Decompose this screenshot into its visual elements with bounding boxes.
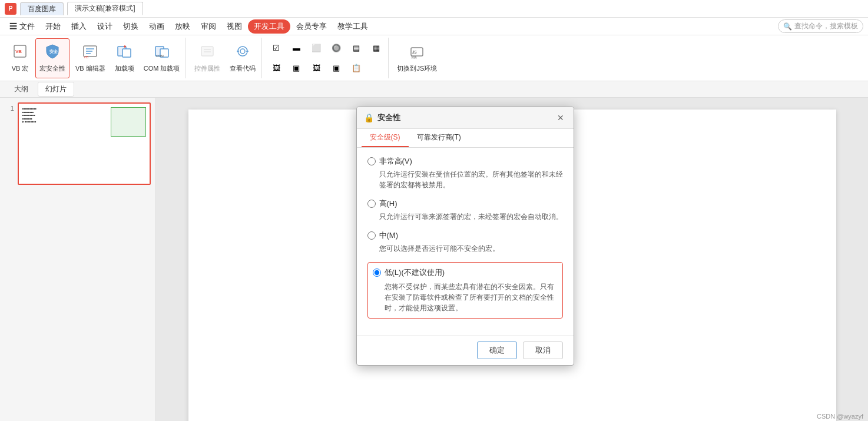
dialog-body: 非常高(V) 只允许运行安装在受信任位置的宏。所有其他签署的和未经签署的宏都将被… xyxy=(357,148,574,335)
toolbar-group-macro: VB VB 宏 安全 宏安全性 VB xyxy=(5,38,186,78)
image-ctrl[interactable]: 🖼 xyxy=(267,59,286,78)
wps-logo: P xyxy=(5,3,16,15)
svg-text:VB: VB xyxy=(84,55,88,59)
vb-macro-button[interactable]: VB VB 宏 xyxy=(7,38,33,78)
controls-row-1: ☑ ▬ ⬜ 🔘 ▤ ▦ xyxy=(267,39,386,58)
radio-label-very-high: 非常高(V) xyxy=(367,156,563,167)
combobox-icon: ▦ xyxy=(373,44,380,52)
switch-js-button[interactable]: JS 切换 切换到JS环境 xyxy=(393,38,440,78)
option-low-desc: 您将不受保护，而某些宏具有潜在的不安全因素。只有在安装了防毒软件或检查了所有要打… xyxy=(385,281,558,313)
dialog-title: 🔒 安全性 xyxy=(364,112,400,123)
menu-view[interactable]: 视图 xyxy=(222,19,247,34)
radio-label-high: 高(H) xyxy=(367,198,563,209)
menu-review[interactable]: 审阅 xyxy=(196,19,221,34)
ok-button[interactable]: 确定 xyxy=(477,342,517,359)
menu-member[interactable]: 会员专享 xyxy=(291,19,332,34)
option-high: 高(H) 只允许运行可靠来源签署的宏，未经签署的宏会自动取消。 xyxy=(367,198,563,222)
option-low: 低(L)(不建议使用) 您将不受保护，而某些宏具有潜在的不安全因素。只有在安装了… xyxy=(367,262,563,319)
dialog-title-icon: 🔒 xyxy=(364,113,374,122)
vb-macro-icon: VB xyxy=(12,43,28,64)
listbox-icon: ▤ xyxy=(353,44,360,52)
cancel-button[interactable]: 取消 xyxy=(523,342,563,359)
title-tab-ppt[interactable]: 演示文稿[兼容模式] xyxy=(67,2,143,15)
slide-preview-1[interactable]: ■■■■■■■■■■ ■■■■■■■■ ■■■■■■■■■ ■■■■■■■ ▶ … xyxy=(18,102,151,185)
control-props-label: 控件属性 xyxy=(194,65,220,72)
scrollbar-ctrl[interactable]: ▣ xyxy=(287,59,306,78)
toggle-icon: ▣ xyxy=(333,64,340,72)
view-code-icon xyxy=(234,43,251,64)
image-icon: 🖼 xyxy=(273,64,280,72)
frame-ctrl[interactable]: ⬜ xyxy=(307,39,326,58)
option-high-text: 高(H) xyxy=(379,198,397,209)
more-ctrl[interactable]: 📋 xyxy=(347,59,366,78)
menu-insert[interactable]: 插入 xyxy=(67,19,91,34)
vb-editor-label: VB 编辑器 xyxy=(75,65,105,72)
status-bar: CSDN @wyazyf xyxy=(812,412,868,421)
menu-teach[interactable]: 教学工具 xyxy=(333,19,373,34)
addins-button[interactable]: 加载项 xyxy=(111,38,138,78)
checkbox-ctrl[interactable]: ☑ xyxy=(267,39,286,58)
svg-text:VB: VB xyxy=(15,49,22,54)
menu-design[interactable]: 设计 xyxy=(92,19,117,34)
view-tabs: 大纲 幻灯片 xyxy=(0,81,868,98)
macro-security-label: 宏安全性 xyxy=(39,65,65,72)
control-props-icon xyxy=(199,43,216,64)
radio-label-low: 低(L)(不建议使用) xyxy=(373,267,558,278)
menu-animate[interactable]: 动画 xyxy=(144,19,169,34)
view-tab-outline[interactable]: 大纲 xyxy=(7,82,35,96)
dialog-tab-trusted[interactable]: 可靠发行商(T) xyxy=(409,129,469,147)
dialog-close-button[interactable]: ✕ xyxy=(555,112,566,124)
radio-low[interactable] xyxy=(373,268,381,277)
radio-medium[interactable] xyxy=(367,231,376,240)
option-very-high-desc: 只允许运行安装在受信任位置的宏。所有其他签署的和未经签署的宏都将被禁用。 xyxy=(379,169,563,190)
view-code-label: 查看代码 xyxy=(230,65,256,72)
textbox-ctrl[interactable]: ▬ xyxy=(287,39,306,58)
control-props-button[interactable]: 控件属性 xyxy=(191,38,224,78)
more-icon: 📋 xyxy=(352,64,361,72)
dialog-header: 🔒 安全性 ✕ xyxy=(357,107,574,129)
security-dialog: 🔒 安全性 ✕ 安全级(S) 可靠发行商(T) xyxy=(356,107,574,366)
radio-label-medium: 中(M) xyxy=(367,230,563,241)
menu-devtools[interactable]: 开发工具 xyxy=(248,19,290,34)
menu-file[interactable]: ☰ 文件 xyxy=(5,19,39,34)
combobox-ctrl[interactable]: ▦ xyxy=(367,39,386,58)
toolbar-group-controls: ☑ ▬ ⬜ 🔘 ▤ ▦ 🖼 ▣ 🖼 ▣ 📋 xyxy=(264,38,389,78)
search-icon: 🔍 xyxy=(783,22,792,31)
menu-start[interactable]: 开始 xyxy=(41,19,65,34)
view-tab-slides[interactable]: 幻灯片 xyxy=(38,82,74,97)
macro-security-button[interactable]: 安全 宏安全性 xyxy=(35,38,69,78)
option-very-high-text: 非常高(V) xyxy=(379,156,412,167)
vb-editor-button[interactable]: VB VB 编辑器 xyxy=(72,38,109,78)
toolbar: VB VB 宏 安全 宏安全性 VB xyxy=(0,35,868,81)
svg-text:切换: 切换 xyxy=(411,55,417,59)
title-bar-left: P 百度图库 演示文稿[兼容模式] xyxy=(5,2,143,15)
checkbox-icon: ☑ xyxy=(273,44,280,52)
vb-macro-label: VB 宏 xyxy=(12,65,29,72)
radio-ctrl[interactable]: 🔘 xyxy=(327,39,346,58)
radio-very-high[interactable] xyxy=(367,157,376,165)
menu-play[interactable]: 放映 xyxy=(170,19,195,34)
listbox-ctrl[interactable]: ▤ xyxy=(347,39,366,58)
title-tab-baidu[interactable]: 百度图库 xyxy=(20,2,64,15)
small-controls-group: ☑ ▬ ⬜ 🔘 ▤ ▦ 🖼 ▣ 🖼 ▣ 📋 xyxy=(267,39,386,78)
menu-search[interactable]: 🔍 查找命令，搜索模板 xyxy=(778,19,863,33)
com-addins-icon: COM xyxy=(154,43,170,64)
option-medium-text: 中(M) xyxy=(379,230,399,241)
slide-number-1: 1 xyxy=(5,102,14,112)
com-addins-button[interactable]: COM COM 加载项 xyxy=(140,38,184,78)
view-code-button[interactable]: 查看代码 xyxy=(226,38,259,78)
canvas-area: 🔒 安全性 ✕ 安全级(S) 可靠发行商(T) xyxy=(156,98,868,421)
svg-rect-9 xyxy=(122,49,131,57)
spinbox-ctrl[interactable]: 🖼 xyxy=(307,59,326,78)
dialog-tab-security[interactable]: 安全级(S) xyxy=(362,129,409,147)
dialog-footer: 确定 取消 xyxy=(357,335,574,365)
svg-rect-13 xyxy=(201,47,213,56)
com-addins-label: COM 加载项 xyxy=(144,65,180,72)
toggle-ctrl[interactable]: ▣ xyxy=(327,59,346,78)
radio-high[interactable] xyxy=(367,200,376,208)
addins-icon xyxy=(116,43,132,64)
search-placeholder: 查找命令，搜索模板 xyxy=(794,21,858,31)
slide-canvas: 🔒 安全性 ✕ 安全级(S) 可靠发行商(T) xyxy=(188,110,836,421)
menu-switch[interactable]: 切换 xyxy=(118,19,143,34)
svg-text:COM: COM xyxy=(156,54,164,58)
